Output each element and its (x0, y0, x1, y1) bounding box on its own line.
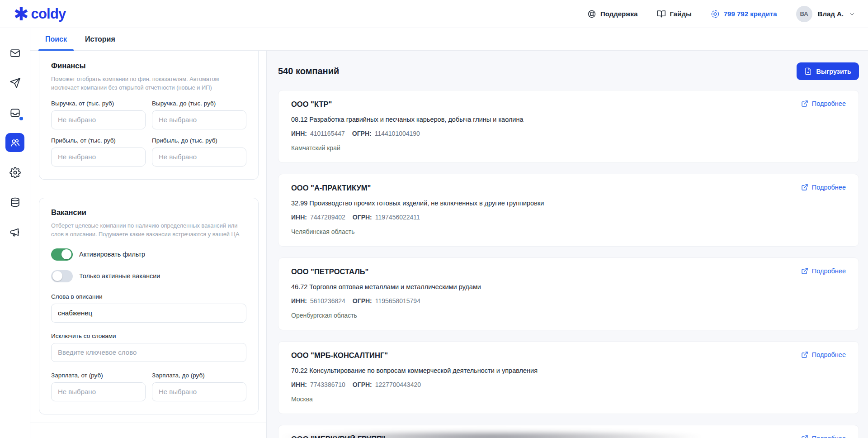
coin-icon (711, 10, 720, 19)
profit-to-input[interactable] (152, 148, 246, 167)
ogrn-value: 1227700443420 (375, 381, 421, 388)
results-panel: 540 компаний Выгрузить ООО "КТР" (267, 51, 868, 438)
file-download-icon (804, 67, 812, 75)
company-card: ООО "КТР" Подробнее 08.12 Разработка гра… (278, 90, 859, 163)
vacancies-title: Вакансии (51, 208, 246, 217)
field-label: Выручка, до (тыс. руб) (152, 100, 246, 107)
export-label: Выгрузить (816, 68, 851, 75)
ogrn-label: ОГРН: (353, 297, 372, 305)
company-name: ООО "А-ПРАКТИКУМ" (291, 184, 371, 192)
details-link[interactable]: Подробнее (801, 351, 846, 358)
company-card: ООО "ПЕТРОСТАЛЬ" Подробнее 46.72 Торговл… (278, 257, 859, 330)
company-region: Оренбургская область (291, 312, 846, 319)
salary-from-input[interactable] (51, 382, 146, 401)
company-card: ООО "МРБ-КОНСАЛТИНГ" Подробнее 70.22 Кон… (278, 341, 859, 414)
details-link[interactable]: Подробнее (801, 100, 846, 107)
activate-filter-toggle[interactable] (51, 248, 73, 261)
ogrn-label: ОГРН: (353, 214, 372, 221)
chevron-down-icon (849, 11, 855, 17)
guides-link[interactable]: Гайды (657, 10, 692, 19)
sidebar-item-campaigns[interactable] (5, 223, 24, 242)
book-icon (657, 10, 666, 19)
people-icon (9, 137, 21, 148)
avatar: ВА (796, 6, 812, 22)
revenue-to-input[interactable] (152, 110, 246, 129)
export-button[interactable]: Выгрузить (797, 62, 859, 80)
ogrn-label: ОГРН: (353, 381, 372, 388)
field-label: Прибыль, от (тыс. руб) (51, 137, 146, 144)
details-label: Подробнее (812, 351, 846, 358)
external-link-icon (801, 267, 808, 275)
filters-panel: Финансы Поможет отобрать компании по фин… (30, 51, 267, 438)
company-region: Челябинская область (291, 228, 846, 235)
field-label: Исключить со словами (51, 333, 246, 339)
details-label: Подробнее (812, 435, 846, 438)
user-name: Влад А. (818, 10, 844, 18)
company-activity: 08.12 Разработка гравийных и песчаных ка… (291, 116, 846, 123)
company-activity: 32.99 Производство прочих готовых издели… (291, 200, 846, 207)
sidebar-item-audience[interactable] (5, 133, 24, 152)
inn-value: 5610236824 (310, 297, 345, 305)
database-icon (9, 197, 21, 208)
company-card: ООО "МЕРКУРИЙ ГРУПП" Подробнее 41.20 Стр… (278, 425, 859, 438)
top-bar: ✱ coldy Поддержка Гайды 799 792 кредита (0, 0, 868, 28)
user-menu[interactable]: ВА Влад А. (796, 6, 855, 22)
salary-to-input[interactable] (152, 382, 246, 401)
sidebar-item-inbox[interactable] (5, 103, 24, 122)
company-region: Москва (291, 395, 846, 403)
revenue-from-input[interactable] (51, 110, 146, 129)
details-link[interactable]: Подробнее (801, 267, 846, 275)
active-vacancies-toggle[interactable] (51, 270, 73, 282)
description-words-input[interactable] (51, 304, 246, 323)
companies-count: 540 компаний (278, 66, 339, 76)
field-label: Прибыль, до (тыс. руб) (152, 137, 246, 144)
sidebar-item-send[interactable] (5, 73, 24, 92)
finance-title: Финансы (51, 62, 246, 70)
toggle-label: Активировать фильтр (79, 251, 145, 258)
inn-value: 7447289402 (310, 214, 345, 221)
logo-text: coldy (31, 6, 66, 22)
inn-value: 4101165447 (310, 130, 345, 137)
field-label: Выручка, от (тыс. руб) (51, 100, 146, 107)
inn-label: ИНН: (291, 130, 307, 137)
details-label: Подробнее (812, 100, 846, 107)
external-link-icon (801, 100, 808, 107)
company-name: ООО "МЕРКУРИЙ ГРУПП" (291, 435, 386, 438)
company-name: ООО "ПЕТРОСТАЛЬ" (291, 267, 368, 276)
credits-indicator[interactable]: 799 792 кредита (711, 10, 777, 19)
filters-footer: Применить (30, 423, 266, 438)
tab-bar: Поиск История (30, 28, 868, 51)
details-link[interactable]: Подробнее (801, 184, 846, 191)
ogrn-value: 1195658015794 (375, 297, 420, 305)
inn-label: ИНН: (291, 381, 307, 388)
company-region: Камчатский край (291, 144, 846, 152)
company-name: ООО "МРБ-КОНСАЛТИНГ" (291, 351, 388, 360)
external-link-icon (801, 351, 808, 358)
sidebar-item-settings[interactable] (5, 163, 24, 182)
inn-label: ИНН: (291, 214, 307, 221)
sidebar-item-database[interactable] (5, 193, 24, 212)
guides-label: Гайды (670, 10, 692, 18)
vacancies-filter-card: Вакансии Отберет целевые компании по нал… (39, 198, 259, 414)
finance-description: Поможет отобрать компании по фин. показа… (51, 75, 246, 92)
credits-label: 799 792 кредита (724, 10, 777, 18)
external-link-icon (801, 184, 808, 191)
logo[interactable]: ✱ coldy (14, 6, 66, 22)
logo-star-icon: ✱ (14, 6, 29, 22)
company-card: ООО "А-ПРАКТИКУМ" Подробнее 32.99 Произв… (278, 174, 859, 247)
exclude-words-input[interactable] (51, 343, 246, 362)
ogrn-value: 1197456022411 (375, 214, 420, 221)
mail-icon (9, 48, 21, 59)
external-link-icon (801, 435, 808, 438)
profit-from-input[interactable] (51, 148, 146, 167)
company-list: ООО "КТР" Подробнее 08.12 Разработка гра… (278, 90, 859, 438)
tab-search[interactable]: Поиск (45, 28, 67, 50)
support-link[interactable]: Поддержка (587, 10, 638, 19)
lifebuoy-icon (587, 10, 596, 19)
vacancies-description: Отберет целевые компании по наличию опре… (51, 221, 246, 239)
field-label: Зарплата, до (руб) (152, 372, 246, 379)
send-icon (9, 77, 21, 89)
tab-history[interactable]: История (85, 28, 115, 50)
details-link[interactable]: Подробнее (801, 435, 846, 438)
sidebar-item-mail[interactable] (5, 43, 24, 62)
